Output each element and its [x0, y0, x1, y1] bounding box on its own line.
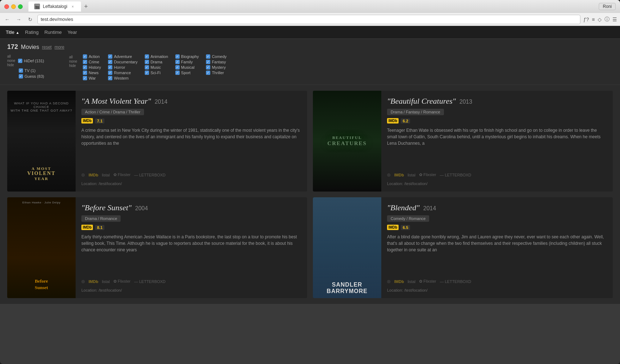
imdb-link[interactable]: IMDb [89, 173, 98, 177]
hide-link-genres[interactable]: hide [69, 64, 77, 68]
tab-close-button[interactable]: × [70, 4, 75, 9]
genre-sport[interactable]: Sport [175, 71, 199, 75]
genre-drama[interactable]: Drama [145, 60, 168, 64]
genre-scifi[interactable]: Sci-Fi [145, 71, 168, 75]
listal-link[interactable]: listal [408, 279, 415, 284]
letterboxd-link[interactable]: — LETTERBOXD [134, 173, 165, 177]
reset-link[interactable]: reset [42, 45, 52, 50]
adventure-checkbox[interactable] [108, 54, 112, 59]
flixster-link[interactable]: ✿ Flixster [419, 172, 436, 177]
music-checkbox[interactable] [145, 65, 149, 69]
none-link-1[interactable]: none [7, 59, 15, 63]
listal-link[interactable]: listal [102, 173, 110, 177]
imdb-row: IMDb 8.1 [81, 225, 301, 230]
genre-crime[interactable]: Crime [83, 60, 101, 64]
western-checkbox[interactable] [108, 76, 112, 80]
genre-tag: Action / Crime / Drama / Thriller [81, 109, 144, 115]
all-link-1[interactable]: all [7, 54, 15, 58]
genre-fantasy[interactable]: Fantasy [206, 60, 226, 64]
minimize-button[interactable] [11, 4, 16, 9]
genre-news[interactable]: News [83, 71, 101, 75]
action-checkbox[interactable] [83, 54, 87, 59]
new-tab-button[interactable]: + [81, 1, 91, 12]
news-checkbox[interactable] [83, 71, 87, 75]
imdb-badge: IMDb [81, 225, 93, 230]
genre-western[interactable]: Western [108, 76, 137, 80]
none-link-genres[interactable]: none [69, 59, 77, 63]
tv-checkbox[interactable] [19, 68, 23, 73]
genre-biography[interactable]: Biography [175, 54, 199, 59]
movie-title: "A Most Violent Year" [81, 96, 151, 106]
animation-checkbox[interactable] [145, 54, 149, 59]
allocine-icon[interactable]: ◎ [81, 279, 85, 284]
genre-war[interactable]: War [83, 76, 101, 80]
nav-title[interactable]: Title ▲ [6, 28, 19, 36]
family-checkbox[interactable] [175, 60, 180, 64]
war-checkbox[interactable] [83, 76, 87, 80]
allocine-icon[interactable]: ◎ [81, 172, 85, 177]
letterboxd-link[interactable]: — LETTERBOXD [134, 279, 165, 284]
romance-checkbox[interactable] [108, 71, 112, 75]
drama-checkbox[interactable] [145, 60, 149, 64]
fantasy-checkbox[interactable] [206, 60, 210, 64]
nav-runtime[interactable]: Runtime [44, 28, 62, 36]
nav-year[interactable]: Year [68, 28, 77, 36]
maximize-button[interactable] [18, 4, 23, 9]
genre-comedy[interactable]: Comedy [206, 54, 226, 59]
biography-checkbox[interactable] [175, 54, 180, 59]
letterboxd-link[interactable]: — LETTERBOXD [440, 279, 471, 284]
sport-checkbox[interactable] [175, 71, 180, 75]
genre-thriller[interactable]: Thriller [206, 71, 226, 75]
all-link-genres[interactable]: all [69, 55, 77, 59]
listal-link[interactable]: listal [408, 173, 415, 177]
genre-mystery[interactable]: Mystery [206, 65, 226, 69]
comedy-checkbox[interactable] [206, 54, 210, 59]
genre-animation[interactable]: Animation [145, 54, 168, 59]
nav-rating[interactable]: Rating [25, 28, 39, 36]
genre-action[interactable]: Action [83, 54, 101, 59]
allocine-icon[interactable]: ◎ [387, 172, 391, 177]
user-button[interactable]: Roni [599, 3, 616, 10]
back-button[interactable]: ← [3, 15, 12, 24]
file-location: Location: /test/location/ [387, 181, 607, 186]
genre-tag: Comedy / Romance [387, 215, 429, 222]
imdb-link[interactable]: IMDb [394, 279, 404, 284]
browser-tab[interactable]: 🎬 Leffakatalogi × [28, 1, 81, 12]
close-button[interactable] [4, 4, 9, 9]
address-bar[interactable]: test.dev/movies [37, 15, 580, 24]
flixster-link[interactable]: ✿ Flixster [113, 172, 131, 177]
imdb-score: 6.2 [401, 118, 410, 123]
movie-info-beautiful-creatures: "Beautiful Creatures" 2013 Drama / Fanta… [381, 91, 613, 192]
genre-adventure[interactable]: Adventure [108, 54, 137, 59]
flixster-link[interactable]: ✿ Flixster [113, 279, 131, 284]
genre-documentary[interactable]: Documentary [108, 60, 137, 64]
listal-link[interactable]: listal [102, 279, 110, 284]
mystery-checkbox[interactable] [206, 65, 210, 69]
genre-music[interactable]: Music [145, 65, 168, 69]
guess-checkbox[interactable] [19, 74, 23, 78]
genre-history[interactable]: History [83, 65, 101, 69]
reload-button[interactable]: ↻ [26, 15, 35, 24]
musical-checkbox[interactable] [175, 65, 180, 69]
more-link[interactable]: more [54, 45, 64, 50]
forward-button[interactable]: → [14, 15, 23, 24]
history-checkbox[interactable] [83, 65, 87, 69]
hidef-checkbox[interactable] [18, 59, 22, 63]
flixster-link[interactable]: ✿ Flixster [419, 279, 436, 284]
scifi-checkbox[interactable] [145, 71, 149, 75]
letterboxd-link[interactable]: — LETTERBOXD [440, 173, 471, 177]
genre-family[interactable]: Family [175, 60, 199, 64]
hide-link-1[interactable]: hide [7, 63, 15, 67]
imdb-link[interactable]: IMDb [394, 173, 404, 177]
imdb-link[interactable]: IMDb [89, 279, 98, 284]
genre-romance[interactable]: Romance [108, 71, 137, 75]
crime-checkbox[interactable] [83, 60, 87, 64]
documentary-checkbox[interactable] [108, 60, 112, 64]
file-location: Location: /test/location/ [387, 288, 607, 292]
genre-musical[interactable]: Musical [175, 65, 199, 69]
movie-description: A crime drama set in New York City durin… [81, 127, 301, 168]
genre-horror[interactable]: Horror [108, 65, 137, 69]
horror-checkbox[interactable] [108, 65, 112, 69]
thriller-checkbox[interactable] [206, 71, 210, 75]
allocine-icon[interactable]: ◎ [387, 279, 391, 284]
